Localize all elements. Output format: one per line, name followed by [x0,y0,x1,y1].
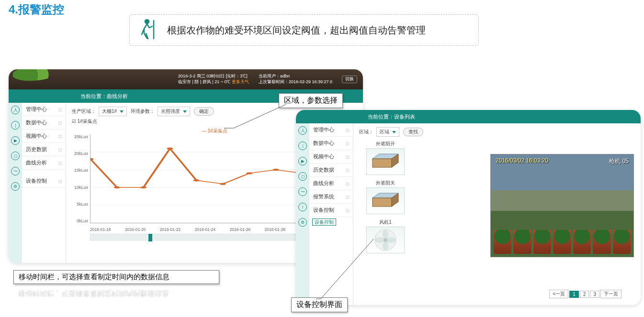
user-value: adbn [280,74,290,78]
rail-icon[interactable]: ｜ [11,121,20,130]
pager-prev[interactable]: <一页 [549,290,568,298]
svg-point-11 [220,183,226,185]
svg-point-12 [246,172,252,174]
alarm-label: 上次警察时间： [259,79,289,84]
rail-icon[interactable]: 人 [298,126,307,135]
description-text: 根据农作物的难受环境区间设定阀值，超出阀值自动告警管理 [167,24,426,37]
callout-region-param: 区域，参数选择 [279,93,343,108]
nav-curve[interactable]: 曲线分析◻ [309,177,353,190]
video-camera-label: 枪机 05 [609,157,629,165]
header-weather: 临安市 | 阴 | 群风 | 21 ~ 0℃ [178,79,230,84]
nav-device[interactable]: 设备控制◻ [22,175,66,188]
header-datetime: 2016-3-2 周三 03时02日 [实时：3℃] [178,74,249,79]
rail-icon[interactable]: ▶ [298,157,307,165]
sidebar-nav-b: 管理中心◻ 数据中心◻ 视频中心◻ 历史数据◻ 曲线分析◻ 报警系统◻ 设备控制… [309,123,353,305]
sidebar-nav: 管理中心◻ 数据中心◻ 视频中心◻ 历史数据◻ 曲线分析◻ 设备控制◻ [22,103,66,263]
icon-rail-b: 人｜▶◻〜!⚙ [296,123,309,305]
nav-data[interactable]: 数据中心◻ [22,116,66,130]
svg-point-7 [114,186,120,188]
nav-alarm[interactable]: 报警系统◻ [309,190,353,204]
rail-icon[interactable]: ! [298,203,307,211]
panel-device-control: 当前位置：设备列表 人｜▶◻〜!⚙ 管理中心◻ 数据中心◻ 视频中心◻ 历史数据… [296,110,641,305]
icon-rail: 人 ｜ ▶ ◻ 〜 ⚙ [9,103,22,263]
video-timestamp: 2016/03/02 16:03:20 [496,157,548,164]
device-tile-fan[interactable] [366,227,405,253]
pagination: <一页 1 2 3 下一页 [549,290,621,298]
svg-point-0 [145,20,149,23]
rail-icon[interactable]: ◻ [11,152,20,160]
header-bar: 2016-3-2 周三 03时02日 [实时：3℃] 临安市 | 阴 | 群风 … [9,69,363,89]
rail-icon[interactable]: ⚙ [298,218,307,227]
device-label: 外遮阳开 [376,141,395,147]
find-button[interactable]: 查找 [403,128,423,136]
area-select[interactable]: 生产区域：大棚1# [72,107,127,116]
switch-button[interactable]: 切换 [342,76,357,83]
svg-point-10 [193,179,200,181]
device-label: 风机1 [379,219,392,226]
nav-mgmt[interactable]: 管理中心◻ [22,103,66,116]
nav-device-sub[interactable]: 设备控制 [312,219,336,226]
rail-icon[interactable]: 〜 [11,167,20,175]
svg-point-9 [167,147,173,149]
pager-page-3[interactable]: 3 [590,291,599,298]
nav-curve[interactable]: 曲线分析◻ [22,156,66,170]
pager-next[interactable]: 下一页 [600,290,621,298]
svg-point-27 [386,237,396,243]
area-select-b[interactable]: 区域：区域 [359,127,399,137]
device-label: 外遮阳关 [376,180,395,186]
svg-rect-18 [373,159,392,167]
svg-point-26 [375,237,384,243]
param-select[interactable]: 环境参数：光照强度 [131,107,190,116]
video-preview[interactable]: 2016/03/02 16:03:20 枪机 05 [490,154,634,257]
svg-point-8 [140,186,147,188]
callout-device-ui: 设备控制界面 [291,297,348,312]
nav-device[interactable]: 设备控制◻ [309,204,353,217]
main-b: 区域：区域 查找 外遮阳开 外遮阳关 风机1 2016/03/02 16:03:… [353,123,641,305]
device-tile-shade-close[interactable] [366,187,405,214]
rail-icon[interactable]: 〜 [298,187,307,196]
go-button[interactable]: 确定 [194,107,214,116]
nav-video[interactable]: 视频中心◻ [309,150,353,164]
alarm-value: 2016-02-29 16:39:27.0 [289,79,332,84]
rail-icon[interactable]: ▶ [11,136,20,145]
nav-history[interactable]: 历史数据◻ [22,143,66,156]
rail-icon[interactable]: ◻ [298,172,307,181]
svg-point-28 [384,238,387,242]
hiker-icon [139,19,158,42]
description-box: 根据农作物的难受环境区间设定阀值，超出阀值自动告警管理 [129,14,479,46]
rail-icon[interactable]: ⚙ [11,182,20,191]
user-label: 当前用户： [259,74,280,78]
svg-point-13 [272,169,279,171]
section-title: 4.报警监控 [9,2,64,17]
callout-reflection: 移动时间栏，可选择查看制定时间内的数据信息 [13,287,219,300]
svg-rect-21 [373,198,392,207]
y-axis: 25kLux20kLux15kLux10kLux5kLux0kLux [72,134,88,223]
logo-leaf [12,69,56,81]
nav-data[interactable]: 数据中心◻ [309,137,353,150]
device-list: 外遮阳开 外遮阳关 风机1 [359,139,412,256]
device-tile-shade-open[interactable] [366,148,405,175]
breadcrumb-b: 当前位置：设备列表 [296,110,641,123]
weather-more-link[interactable]: 更多天气 [232,79,249,84]
nav-history[interactable]: 历史数据◻ [309,164,353,177]
pager-page-2[interactable]: 2 [580,291,589,298]
pager-page-1[interactable]: 1 [569,291,579,298]
nav-mgmt[interactable]: 管理中心◻ [309,123,353,137]
rail-icon[interactable]: 人 [11,106,20,114]
rail-icon[interactable]: ｜ [298,142,307,150]
callout-time-bar: 移动时间栏，可选择查看制定时间内的数据信息 [13,270,219,284]
svg-point-25 [383,241,388,251]
svg-point-24 [383,230,388,239]
chart-legend: 1#采集点 [202,128,227,134]
nav-video[interactable]: 视频中心◻ [22,130,66,143]
svg-point-6 [90,158,94,160]
